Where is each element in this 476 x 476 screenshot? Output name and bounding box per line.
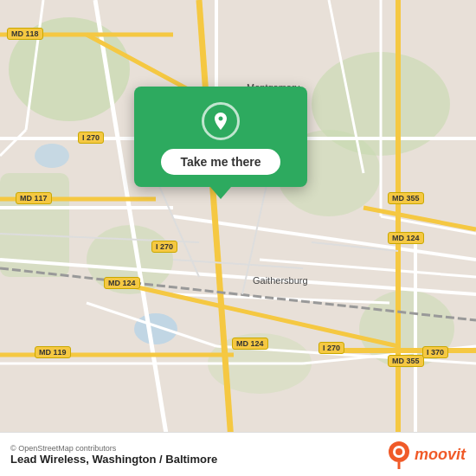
road-label-md118: MD 118 — [7, 28, 43, 40]
map-svg — [0, 0, 476, 433]
city-label-gaithersburg: Gaithersburg — [253, 275, 308, 286]
svg-point-45 — [396, 448, 402, 455]
road-label-md124a: MD 124 — [104, 277, 140, 289]
moovit-logo: moovit — [387, 440, 466, 469]
road-label-md355b: MD 355 — [388, 355, 424, 367]
location-title: Lead Wireless, Washington / Baltimore — [10, 453, 217, 466]
moovit-text: moovit — [415, 446, 466, 464]
road-label-md355a: MD 355 — [388, 192, 424, 204]
take-me-there-button[interactable]: Take me there — [161, 149, 280, 175]
road-label-i370: I 370 — [422, 346, 448, 358]
bottom-left-info: © OpenStreetMap contributors Lead Wirele… — [10, 444, 217, 466]
location-pin-icon — [210, 111, 231, 132]
road-label-md124c: MD 124 — [388, 232, 424, 244]
moovit-pin-icon — [387, 440, 411, 469]
popup-card: Take me there — [134, 87, 307, 187]
road-label-i270b: I 270 — [151, 241, 177, 253]
map-container: MD 118 I 270 MD 117 I 270 MD 124 MD 124 … — [0, 0, 476, 476]
road-label-md124b: MD 124 — [232, 338, 268, 350]
bottom-bar: © OpenStreetMap contributors Lead Wirele… — [0, 432, 476, 476]
attribution-text: © OpenStreetMap contributors — [10, 444, 217, 453]
svg-point-8 — [134, 313, 177, 344]
road-label-i270c: I 270 — [318, 342, 344, 354]
svg-point-9 — [35, 144, 69, 168]
road-label-md117: MD 117 — [16, 192, 52, 204]
pin-icon-circle — [202, 102, 240, 140]
road-label-md119: MD 119 — [35, 346, 71, 358]
road-label-i270a: I 270 — [78, 132, 104, 144]
